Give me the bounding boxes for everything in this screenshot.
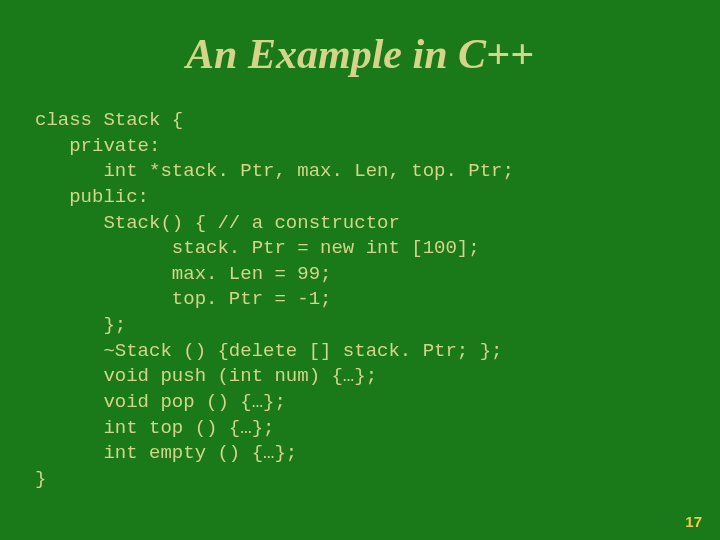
slide-container: An Example in C++ class Stack { private:… <box>0 0 720 540</box>
code-block: class Stack { private: int *stack. Ptr, … <box>35 108 685 493</box>
slide-title: An Example in C++ <box>35 30 685 78</box>
page-number: 17 <box>685 513 702 530</box>
